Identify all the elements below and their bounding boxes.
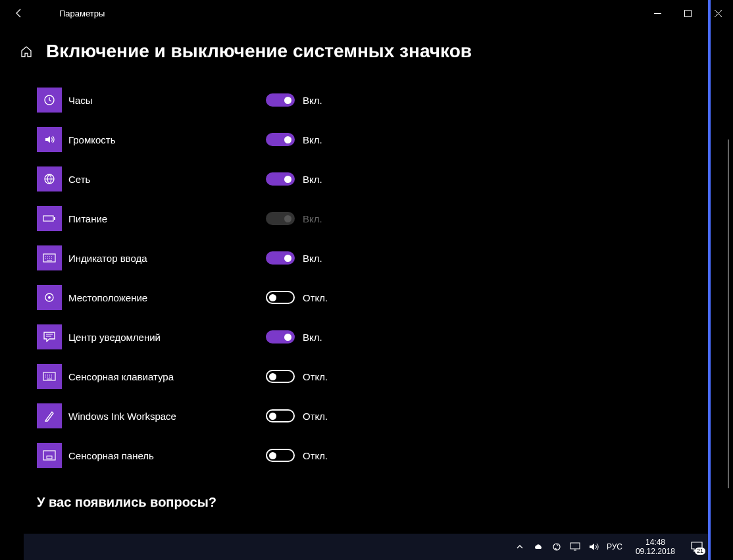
toggle-windows-ink[interactable] — [266, 409, 295, 422]
maximize-icon — [684, 10, 692, 17]
setting-label: Питание — [68, 213, 266, 224]
home-button[interactable] — [20, 45, 33, 58]
tray-overflow-button[interactable] — [515, 542, 525, 552]
setting-row-volume: ГромкостьВкл. — [37, 120, 696, 159]
toggle-state-label: Вкл. — [303, 332, 322, 343]
sync-icon — [552, 542, 561, 551]
setting-label: Громкость — [68, 134, 266, 145]
tray-network-icon[interactable] — [570, 542, 580, 552]
taskbar: РУС 14:48 09.12.2018 21 — [24, 534, 709, 560]
monitor-icon — [570, 542, 580, 551]
setting-label: Сенсорная панель — [68, 450, 266, 461]
close-icon — [715, 10, 722, 17]
toggle-state-label: Вкл. — [303, 95, 322, 106]
toggle-volume[interactable] — [266, 133, 295, 146]
setting-label: Сенсорная клавиатура — [68, 371, 266, 382]
globe-icon — [37, 166, 62, 191]
chevron-up-icon — [516, 543, 524, 551]
setting-row-input-indicator: Индикатор вводаВкл. — [37, 238, 696, 278]
clock-icon — [37, 88, 62, 113]
toggle-network[interactable] — [266, 172, 295, 186]
message-icon — [37, 324, 62, 349]
setting-row-action-center: Центр уведомленийВкл. — [37, 317, 696, 357]
setting-label: Windows Ink Workspace — [68, 411, 266, 422]
target-icon — [37, 285, 62, 310]
close-button[interactable] — [703, 0, 733, 26]
toggle-action-center[interactable] — [266, 330, 295, 344]
volume-icon — [37, 127, 62, 152]
back-button[interactable] — [9, 3, 29, 23]
taskbar-clock[interactable]: 14:48 09.12.2018 — [636, 538, 675, 557]
titlebar: Параметры — [0, 0, 733, 26]
tray-sync-icon[interactable] — [551, 542, 562, 552]
toggle-power — [266, 212, 295, 225]
toggle-location[interactable] — [266, 291, 295, 304]
toggle-state-label: Вкл. — [303, 134, 322, 145]
battery-icon — [37, 206, 62, 231]
touchpad-icon — [37, 443, 62, 468]
setting-row-clock: ЧасыВкл. — [37, 80, 696, 120]
setting-label: Местоположение — [68, 292, 266, 303]
toggle-state-label: Вкл. — [303, 174, 322, 185]
taskbar-time: 14:48 — [636, 538, 675, 547]
setting-label: Центр уведомлений — [68, 332, 266, 343]
maximize-button[interactable] — [672, 0, 703, 26]
minimize-button[interactable] — [642, 0, 672, 26]
window-title: Параметры — [59, 9, 105, 18]
toggle-state-label: Откл. — [303, 371, 328, 382]
speaker-icon — [588, 542, 599, 551]
svg-rect-3 — [43, 216, 53, 221]
cloud-icon — [533, 543, 543, 551]
page-title: Включение и выключение системных значков — [46, 41, 472, 62]
toggle-state-label: Вкл. — [303, 253, 322, 264]
setting-label: Индикатор ввода — [68, 253, 266, 264]
setting-row-location: МестоположениеОткл. — [37, 278, 696, 317]
setting-row-touchpad: Сенсорная панельОткл. — [37, 436, 696, 475]
keyboard-icon — [37, 245, 62, 270]
tray-onedrive-icon[interactable] — [533, 542, 543, 552]
svg-point-7 — [48, 296, 51, 299]
toggle-state-label: Вкл. — [303, 213, 322, 224]
toggle-state-label: Откл. — [303, 411, 328, 422]
toggle-state-label: Откл. — [303, 292, 328, 303]
language-indicator[interactable]: РУС — [607, 542, 622, 551]
toggle-state-label: Откл. — [303, 450, 328, 461]
setting-label: Часы — [68, 95, 266, 106]
question-heading: У вас появились вопросы? — [37, 495, 696, 510]
toggle-touchpad[interactable] — [266, 449, 295, 462]
settings-list: ЧасыВкл.ГромкостьВкл.СетьВкл.ПитаниеВкл.… — [37, 80, 696, 475]
arrow-left-icon — [14, 8, 24, 18]
notification-badge: 21 — [695, 547, 705, 555]
action-center-button[interactable]: 21 — [690, 540, 704, 553]
setting-row-power: ПитаниеВкл. — [37, 199, 696, 238]
toggle-clock[interactable] — [266, 93, 295, 107]
recording-indicator — [708, 0, 711, 560]
taskbar-date: 09.12.2018 — [636, 547, 675, 556]
setting-label: Сеть — [68, 174, 266, 185]
keyboard-icon — [37, 364, 62, 389]
setting-row-windows-ink: Windows Ink WorkspaceОткл. — [37, 396, 696, 436]
home-icon — [20, 45, 33, 58]
setting-row-touch-keyboard: Сенсорная клавиатураОткл. — [37, 357, 696, 396]
svg-rect-4 — [54, 217, 55, 220]
toggle-touch-keyboard[interactable] — [266, 370, 295, 383]
svg-rect-0 — [684, 10, 691, 16]
tray-volume-icon[interactable] — [588, 542, 599, 552]
pen-icon — [37, 403, 62, 428]
toggle-input-indicator[interactable] — [266, 251, 295, 265]
scrollbar[interactable] — [728, 140, 729, 488]
svg-rect-10 — [47, 456, 52, 459]
setting-row-network: СетьВкл. — [37, 159, 696, 199]
minimize-icon — [654, 10, 661, 17]
svg-rect-12 — [570, 543, 580, 549]
